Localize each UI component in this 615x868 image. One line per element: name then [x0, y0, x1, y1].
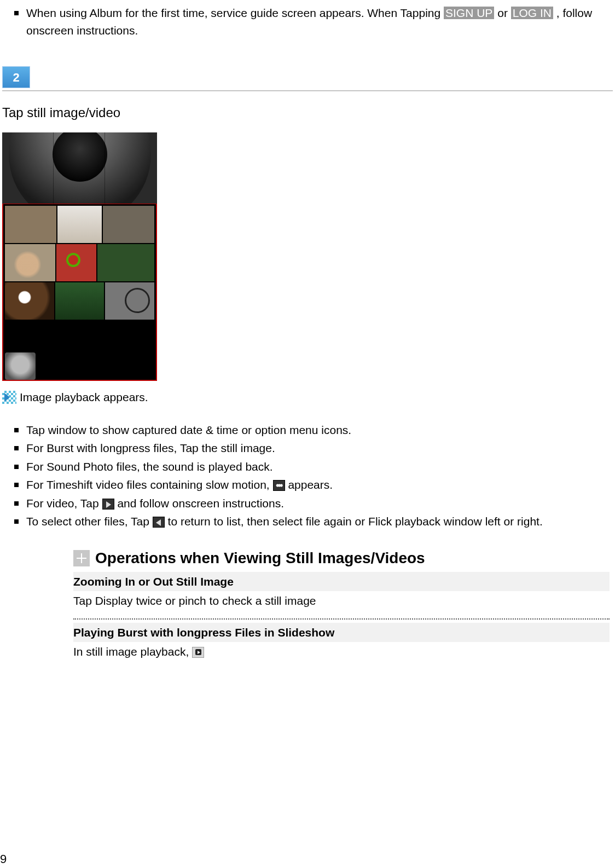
thumb-dog: [5, 244, 55, 281]
thumb-strawberry: [56, 244, 96, 281]
intro-bullet-list: When using Album for the first time, ser…: [2, 4, 613, 39]
thumb-rocks: [103, 206, 154, 243]
step-title: Tap still image/video: [2, 103, 613, 123]
operations-heading: Operations when Viewing Still Images/Vid…: [95, 547, 425, 570]
intro-text-middle: or: [497, 7, 511, 19]
expand-icon[interactable]: [73, 550, 90, 566]
bullet-other-files: To select other files, Tap to return to …: [14, 513, 613, 530]
play-badge-icon: [192, 647, 204, 658]
bullet-video: For video, Tap and follow onscreen instr…: [14, 495, 613, 512]
thumb-coffee: [5, 282, 54, 320]
thumb-bike: [105, 282, 154, 320]
intro-bullet: When using Album for the first time, ser…: [14, 4, 613, 39]
page-number: 9: [0, 850, 7, 868]
step-divider: [2, 90, 613, 92]
bullet-burst: For Burst with longpress files, Tap the …: [14, 439, 613, 457]
login-label: LOG IN: [511, 7, 553, 19]
intro-text-prefix: When using Album for the first time, ser…: [26, 7, 444, 19]
thumb-cups: [57, 206, 101, 243]
result-arrow-icon: [2, 391, 16, 404]
zoom-block: Zooming In or Out Still Image Tap Displa…: [73, 572, 610, 614]
album-screenshot: [2, 132, 157, 381]
burst-body: In still image playback,: [73, 642, 610, 665]
thumb-cat: [5, 206, 56, 243]
thumb-black-bar: [5, 321, 154, 351]
bullet-date-time: Tap window to show captured date & time …: [14, 421, 613, 439]
sub-bullet-list: Tap window to show captured date & time …: [2, 421, 613, 530]
thumb-green: [55, 282, 105, 320]
burst-title: Playing Burst with longpress Files in Sl…: [73, 623, 610, 643]
bullet-timeshift: For Timeshift video files containing slo…: [14, 476, 613, 494]
play-icon: [102, 499, 114, 510]
slowmo-icon: [273, 480, 285, 491]
zoom-title: Zooming In or Out Still Image: [73, 572, 610, 592]
dotted-separator: [73, 618, 610, 620]
result-text: Image playback appears.: [20, 389, 148, 406]
step-number-badge: 2: [2, 66, 30, 88]
signup-label: SIGN UP: [444, 7, 494, 19]
burst-block: Playing Burst with longpress Files in Sl…: [73, 623, 610, 665]
zoom-body: Tap Display twice or pinch to check a st…: [73, 591, 610, 614]
bullet-sound-photo: For Sound Photo files, the sound is play…: [14, 458, 613, 476]
back-icon: [153, 517, 165, 528]
operations-section: Operations when Viewing Still Images/Vid…: [73, 547, 613, 665]
thumb-object: [5, 352, 36, 380]
thumb-leaves: [97, 244, 154, 281]
